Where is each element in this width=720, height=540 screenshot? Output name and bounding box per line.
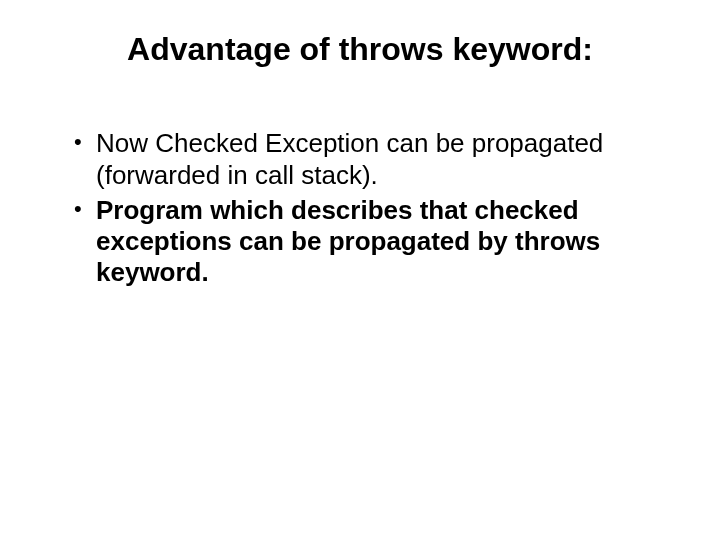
bullet-text: Now Checked Exception can be propagated … bbox=[96, 128, 603, 189]
bullet-list: Now Checked Exception can be propagated … bbox=[70, 128, 660, 288]
slide-body: Now Checked Exception can be propagated … bbox=[70, 128, 660, 288]
bullet-text: Program which describes that checked exc… bbox=[96, 195, 600, 287]
slide-title: Advantage of throws keyword: bbox=[100, 30, 620, 68]
bullet-item: Program which describes that checked exc… bbox=[70, 195, 660, 289]
slide: Advantage of throws keyword: Now Checked… bbox=[0, 0, 720, 540]
bullet-item: Now Checked Exception can be propagated … bbox=[70, 128, 660, 190]
